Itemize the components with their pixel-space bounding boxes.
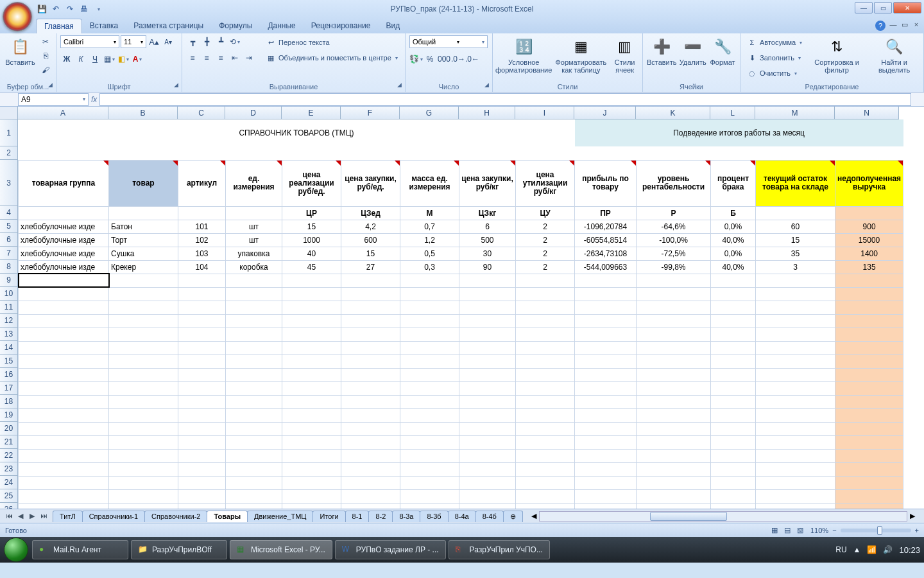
- row-header[interactable]: 2: [0, 146, 18, 160]
- row-header[interactable]: 1: [0, 119, 18, 146]
- start-button[interactable]: [4, 538, 28, 562]
- format-cells-button[interactable]: 🔧Формат: [709, 35, 736, 67]
- save-icon[interactable]: 💾: [36, 3, 47, 15]
- bold-button[interactable]: Ж: [60, 53, 73, 66]
- sheet-tab[interactable]: Справочники-2: [144, 511, 207, 522]
- row-header[interactable]: 16: [0, 368, 18, 381]
- ribbon-tab[interactable]: Рецензирование: [304, 19, 379, 33]
- row-header[interactable]: 24: [0, 476, 18, 489]
- sheet-tab[interactable]: Движение_ТМЦ: [247, 511, 313, 522]
- sort-filter-button[interactable]: ⇅Сортировка и фильтр: [807, 35, 866, 75]
- row-header[interactable]: 3: [0, 160, 18, 206]
- sheet-tab[interactable]: 8-3б: [420, 511, 448, 522]
- column-header[interactable]: D: [225, 107, 282, 119]
- font-size-combo[interactable]: 11▾: [121, 35, 146, 48]
- accounting-icon[interactable]: 💱: [409, 53, 422, 66]
- column-header[interactable]: F: [341, 107, 400, 119]
- clipboard-launcher-icon[interactable]: ◢: [46, 82, 55, 91]
- sheet-tab[interactable]: ТитЛ: [53, 511, 83, 522]
- row-headers[interactable]: 1234567891011121314151617181920212223242…: [0, 119, 18, 509]
- sheet-tab[interactable]: 8-4б: [475, 511, 504, 522]
- merge-center-button[interactable]: ▦Объединить и поместить в центре: [263, 51, 400, 65]
- row-header[interactable]: 11: [0, 301, 18, 314]
- format-painter-icon[interactable]: 🖌: [39, 64, 52, 76]
- row-header[interactable]: 25: [0, 489, 18, 503]
- ribbon-tab[interactable]: Главная: [36, 19, 82, 33]
- row-header[interactable]: 9: [0, 274, 18, 287]
- ribbon-tab[interactable]: Разметка страницы: [126, 19, 211, 33]
- font-color-icon[interactable]: A: [131, 53, 144, 66]
- office-button[interactable]: [3, 2, 32, 31]
- insert-cells-button[interactable]: ➕Вставить: [647, 35, 676, 67]
- clock[interactable]: 10:23: [899, 545, 920, 555]
- sheet-tab[interactable]: 8-1: [345, 511, 370, 522]
- ribbon-tab[interactable]: Вставка: [82, 19, 126, 33]
- help-icon[interactable]: ?: [875, 21, 886, 31]
- fill-button[interactable]: ⬇Заполнить: [744, 51, 805, 65]
- row-header[interactable]: 19: [0, 408, 18, 422]
- zoom-level[interactable]: 110%: [810, 527, 828, 534]
- decrease-indent-icon[interactable]: ⇤: [228, 51, 241, 64]
- decrease-decimal-icon[interactable]: .0←: [466, 53, 479, 66]
- name-box[interactable]: A9▾: [18, 93, 89, 106]
- percent-icon[interactable]: %: [424, 53, 436, 66]
- ribbon-tab[interactable]: Формулы: [211, 19, 260, 33]
- row-header[interactable]: 18: [0, 395, 18, 408]
- row-header[interactable]: 5: [0, 220, 18, 233]
- close-button[interactable]: ✕: [893, 2, 921, 13]
- column-header[interactable]: K: [636, 107, 710, 119]
- autosum-button[interactable]: ΣАвтосумма: [744, 35, 805, 49]
- taskbar-app-button[interactable]: WРУПвО задание ЛР - ...: [335, 540, 446, 559]
- column-header[interactable]: C: [178, 107, 225, 119]
- comma-icon[interactable]: 000: [438, 53, 450, 66]
- taskbar-app-button[interactable]: ●Mail.Ru Агент: [32, 540, 128, 559]
- ribbon-tab[interactable]: Данные: [260, 19, 303, 33]
- row-header[interactable]: 7: [0, 247, 18, 260]
- qat-customize-icon[interactable]: [92, 3, 104, 15]
- minimize-button[interactable]: —: [855, 2, 873, 13]
- grow-font-icon[interactable]: A▴: [148, 35, 160, 48]
- wb-minimize-button[interactable]: —: [888, 21, 898, 30]
- row-header[interactable]: 21: [0, 435, 18, 449]
- italic-button[interactable]: К: [74, 53, 87, 66]
- column-header[interactable]: M: [755, 107, 835, 119]
- shrink-font-icon[interactable]: A▾: [162, 35, 175, 48]
- view-buttons[interactable]: ▦▤▧: [768, 526, 807, 534]
- tray-flag-icon[interactable]: ▲: [853, 545, 861, 554]
- copy-icon[interactable]: ⎘: [39, 49, 52, 62]
- align-left-icon[interactable]: ≡: [186, 51, 199, 64]
- ribbon-tab[interactable]: Вид: [378, 19, 407, 33]
- align-bottom-icon[interactable]: ┻: [214, 35, 227, 48]
- row-header[interactable]: 22: [0, 449, 18, 462]
- delete-cells-button[interactable]: ➖Удалить: [679, 35, 706, 67]
- underline-button[interactable]: Ч: [89, 53, 101, 66]
- row-header[interactable]: 10: [0, 287, 18, 301]
- sheet-tab[interactable]: Справочники-1: [82, 511, 145, 522]
- tray-volume-icon[interactable]: 🔊: [883, 545, 893, 554]
- alignment-launcher-icon[interactable]: ◢: [395, 82, 404, 91]
- column-header[interactable]: G: [400, 107, 459, 119]
- row-header[interactable]: 8: [0, 260, 18, 274]
- select-all-corner[interactable]: [0, 107, 18, 119]
- worksheet-grid[interactable]: ABCDEFGHIJKLMN 1234567891011121314151617…: [0, 107, 924, 509]
- conditional-format-button[interactable]: 🔢Условное форматирование: [497, 35, 551, 75]
- row-header[interactable]: 14: [0, 341, 18, 355]
- zoom-slider[interactable]: [841, 529, 911, 532]
- cut-icon[interactable]: ✂: [39, 35, 52, 48]
- clear-button[interactable]: ◌Очистить: [744, 66, 805, 80]
- sheet-tab[interactable]: 8-3а: [392, 511, 420, 522]
- column-header[interactable]: H: [459, 107, 515, 119]
- column-header[interactable]: J: [574, 107, 636, 119]
- row-header[interactable]: 6: [0, 233, 18, 247]
- maximize-button[interactable]: ▭: [874, 2, 892, 13]
- align-center-icon[interactable]: ≡: [200, 51, 213, 64]
- cells-table[interactable]: СПРАВОЧНИК ТОВАРОВ (ТМЦ)Подведение итого…: [18, 119, 903, 509]
- system-tray[interactable]: RU ▲ 📶 🔊 10:23: [835, 545, 920, 555]
- insert-sheet-icon[interactable]: ⊕: [503, 511, 523, 522]
- row-header[interactable]: 23: [0, 462, 18, 476]
- horizontal-scrollbar[interactable]: ◀ ▶: [529, 511, 918, 521]
- number-format-combo[interactable]: Общий▾: [409, 35, 488, 48]
- taskbar-app-button[interactable]: ⎘РазрУчПрил УчПО...: [449, 540, 550, 559]
- row-header[interactable]: 4: [0, 206, 18, 220]
- column-header[interactable]: L: [710, 107, 755, 119]
